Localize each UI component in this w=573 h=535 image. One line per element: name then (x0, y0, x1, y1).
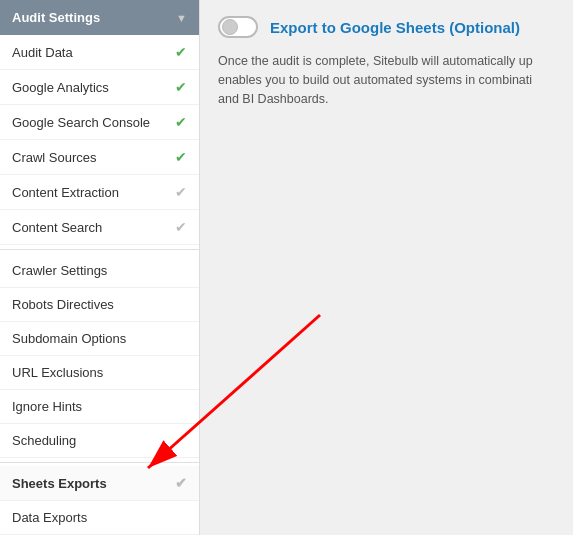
sidebar-item-url-exclusions[interactable]: URL Exclusions (0, 356, 199, 390)
sidebar-item-subdomain-options[interactable]: Subdomain Options (0, 322, 199, 356)
sidebar-item-ignore-hints[interactable]: Ignore Hints (0, 390, 199, 424)
sidebar-item-label: Sheets Exports (12, 476, 107, 491)
sidebar-item-google-analytics[interactable]: Google Analytics ✔ (0, 70, 199, 105)
sidebar-divider-2 (0, 462, 199, 463)
sidebar-item-audit-data[interactable]: Audit Data ✔ (0, 35, 199, 70)
sidebar-item-label: Google Analytics (12, 80, 109, 95)
sidebar-item-robots-directives[interactable]: Robots Directives (0, 288, 199, 322)
sidebar-item-label: Data Exports (12, 510, 87, 525)
sidebar-item-label: Crawl Sources (12, 150, 97, 165)
check-icon: ✔ (175, 79, 187, 95)
sidebar-item-sheets-exports[interactable]: Sheets Exports ✔ (0, 466, 199, 501)
sidebar-item-scheduling[interactable]: Scheduling (0, 424, 199, 458)
check-icon: ✔ (175, 44, 187, 60)
sidebar-item-label: Content Search (12, 220, 102, 235)
toggle-knob (222, 19, 238, 35)
sidebar-item-content-extraction[interactable]: Content Extraction ✔ (0, 175, 199, 210)
main-content: Export to Google Sheets (Optional) Once … (200, 0, 573, 535)
sidebar: Audit Settings ▼ Audit Data ✔ Google Ana… (0, 0, 200, 535)
sidebar-item-crawl-sources[interactable]: Crawl Sources ✔ (0, 140, 199, 175)
check-icon: ✔ (175, 184, 187, 200)
sidebar-item-label: Crawler Settings (12, 263, 107, 278)
sidebar-item-label: Audit Data (12, 45, 73, 60)
export-header: Export to Google Sheets (Optional) (218, 16, 555, 38)
sidebar-item-label: Ignore Hints (12, 399, 82, 414)
sidebar-header-chevron: ▼ (176, 12, 187, 24)
sidebar-header: Audit Settings ▼ (0, 0, 199, 35)
sidebar-divider-1 (0, 249, 199, 250)
export-toggle[interactable] (218, 16, 258, 38)
sidebar-item-label: Content Extraction (12, 185, 119, 200)
sidebar-item-label: Scheduling (12, 433, 76, 448)
sidebar-item-crawler-settings[interactable]: Crawler Settings (0, 254, 199, 288)
sidebar-item-label: Robots Directives (12, 297, 114, 312)
check-icon: ✔ (175, 114, 187, 130)
sidebar-item-google-search-console[interactable]: Google Search Console ✔ (0, 105, 199, 140)
check-icon: ✔ (175, 475, 187, 491)
sidebar-item-label: Google Search Console (12, 115, 150, 130)
export-description: Once the audit is complete, Sitebulb wil… (218, 52, 555, 108)
check-icon: ✔ (175, 149, 187, 165)
export-title: Export to Google Sheets (Optional) (270, 19, 520, 36)
check-icon: ✔ (175, 219, 187, 235)
sidebar-header-title: Audit Settings (12, 10, 100, 25)
sidebar-item-label: Subdomain Options (12, 331, 126, 346)
sidebar-item-data-exports[interactable]: Data Exports (0, 501, 199, 535)
sidebar-item-label: URL Exclusions (12, 365, 103, 380)
sidebar-item-content-search[interactable]: Content Search ✔ (0, 210, 199, 245)
